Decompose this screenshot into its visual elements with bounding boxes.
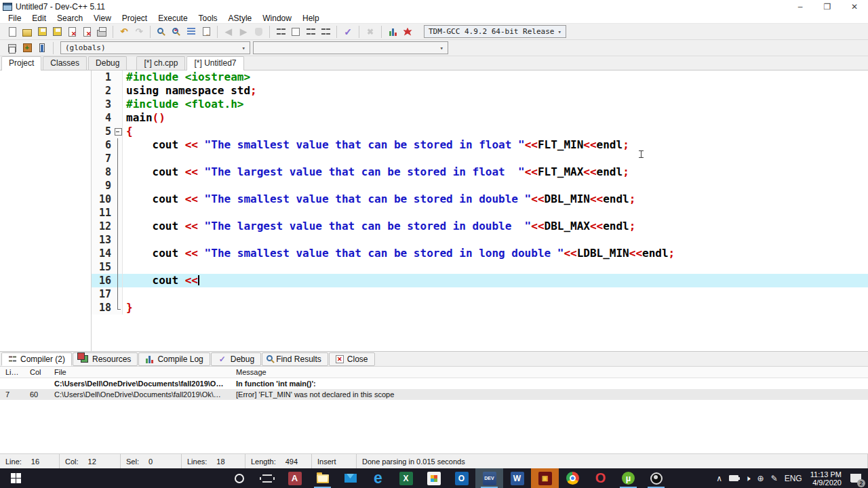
code-line-2[interactable]: 2using namespace std; (92, 84, 868, 98)
code-line-10[interactable]: 10 cout << "The smallest value that can … (92, 192, 868, 206)
network-icon[interactable]: ⊕ (754, 468, 768, 488)
menu-search[interactable]: Search (52, 13, 88, 23)
menu-window[interactable]: Window (257, 13, 297, 23)
obs-taskbar-button[interactable] (642, 468, 670, 488)
code-line-6[interactable]: 6 cout << "The smallest value that can b… (92, 138, 868, 152)
cortana-taskbar-button[interactable] (225, 468, 253, 488)
report-tab-debug[interactable]: ✓Debug (211, 352, 261, 366)
globals-dropdown[interactable]: (globals) ▾ (60, 41, 250, 54)
save-all-icon[interactable] (50, 25, 64, 39)
column-header-message[interactable]: Message (231, 368, 868, 376)
code-line-8[interactable]: 8 cout << "The largest value that can be… (92, 165, 868, 179)
menu-file[interactable]: File (3, 13, 26, 23)
speaker-icon[interactable]: 🕨 (742, 468, 754, 488)
find-icon[interactable] (154, 25, 169, 39)
column-header-file[interactable]: File (49, 368, 231, 376)
menu-view[interactable]: View (88, 13, 117, 23)
report-tab-compiler-2-[interactable]: Compiler (2) (1, 352, 72, 366)
editor-tab-1[interactable]: [*] Untitled7 (186, 56, 243, 70)
fold-margin[interactable] (114, 125, 123, 138)
undo-icon[interactable]: ↶ (117, 25, 132, 39)
menu-help[interactable]: Help (297, 13, 325, 23)
code-line-3[interactable]: 3#include <float.h> (92, 98, 868, 111)
minimize-button[interactable]: – (787, 0, 814, 13)
column-header-col[interactable]: Col (24, 368, 49, 376)
syntax-check-icon[interactable]: ✓ (340, 25, 355, 39)
print-icon[interactable] (94, 25, 109, 39)
compiler-dropdown[interactable]: TDM-GCC 4.9.2 64-bit Release▾ (424, 25, 566, 38)
code-line-15[interactable]: 15 (92, 260, 868, 274)
new-source-icon[interactable] (5, 41, 20, 55)
dev-cpp-taskbar-button[interactable]: DEV (475, 468, 503, 488)
word-taskbar-button[interactable]: W (503, 468, 531, 488)
code-line-13[interactable]: 13 (92, 233, 868, 247)
utorrent-taskbar-button[interactable]: µ (614, 468, 642, 488)
close-file-icon[interactable] (64, 25, 79, 39)
close-button[interactable]: ✕ (841, 0, 868, 13)
run-icon[interactable] (288, 25, 303, 39)
column-header-line[interactable]: Line (0, 368, 24, 376)
outlook-taskbar-button[interactable]: O (448, 468, 475, 488)
project-browser[interactable] (0, 70, 92, 351)
menu-edit[interactable]: Edit (26, 13, 52, 23)
mail-taskbar-button[interactable] (336, 468, 364, 488)
code-line-12[interactable]: 12 cout << "The largest value that can b… (92, 220, 868, 233)
save-icon[interactable] (35, 25, 50, 39)
error-row[interactable]: 760C:\Users\Dell\OneDrive\Documents\fall… (0, 389, 868, 400)
swap-header-source-icon[interactable] (199, 25, 214, 39)
code-line-4[interactable]: 4main() (92, 111, 868, 125)
start-button[interactable] (0, 468, 31, 488)
goto-line-icon[interactable] (184, 25, 199, 39)
language-indicator[interactable]: ENG (781, 468, 806, 488)
store-taskbar-button[interactable] (420, 468, 448, 488)
open-icon[interactable] (20, 25, 35, 39)
maximize-button[interactable]: ❐ (814, 0, 841, 13)
code-line-17[interactable]: 17 (92, 287, 868, 301)
tab-debug[interactable]: Debug (88, 56, 127, 70)
menu-tools[interactable]: Tools (193, 13, 223, 23)
insert-icon[interactable] (20, 41, 35, 55)
delete-profiling-icon[interactable] (400, 25, 415, 39)
pen-icon[interactable]: ✎ (768, 468, 781, 488)
profile-icon[interactable] (385, 25, 400, 39)
code-line-16[interactable]: 16 cout << (92, 274, 868, 287)
menu-execute[interactable]: Execute (153, 13, 193, 23)
code-line-14[interactable]: 14 cout << "The smallest value that can … (92, 247, 868, 260)
excel-taskbar-button[interactable]: X (392, 468, 420, 488)
close-all-icon[interactable] (79, 25, 94, 39)
chrome-taskbar-button[interactable] (559, 468, 587, 488)
edge-taskbar-button[interactable]: e (364, 468, 392, 488)
menu-astyle[interactable]: AStyle (223, 13, 258, 23)
report-tab-resources[interactable]: Resources (73, 352, 138, 366)
toggle-bookmark-icon[interactable] (35, 41, 50, 55)
battery-icon[interactable] (726, 468, 742, 488)
report-tab-compile-log[interactable]: Compile Log (138, 352, 210, 366)
report-tab-close[interactable]: ✕Close (329, 352, 375, 366)
task-view-taskbar-button[interactable] (253, 468, 281, 488)
menu-project[interactable]: Project (117, 13, 153, 23)
opera-taskbar-button[interactable]: O (587, 468, 614, 488)
code-line-5[interactable]: 5{ (92, 125, 868, 138)
code-editor[interactable]: 1#include <iostream>2using namespace std… (92, 70, 868, 351)
code-line-18[interactable]: 18} (92, 301, 868, 314)
tray-chevron-icon[interactable]: ∧ (713, 468, 726, 488)
flashing-app-taskbar-button[interactable]: ▣ (531, 468, 559, 488)
rebuild-icon[interactable] (318, 25, 333, 39)
code-line-1[interactable]: 1#include <iostream> (92, 70, 868, 84)
error-row[interactable]: C:\Users\Dell\OneDrive\Documents\fall201… (0, 378, 868, 389)
class-member-dropdown[interactable]: ▾ (253, 41, 448, 54)
compile-run-icon[interactable] (303, 25, 318, 39)
action-center-icon[interactable]: 2 (846, 468, 868, 488)
tab-project[interactable]: Project (1, 56, 41, 70)
compile-icon[interactable] (273, 25, 288, 39)
report-tab-find-results[interactable]: Find Results (262, 352, 328, 366)
editor-tab-0[interactable]: [*] ch.cpp (136, 56, 185, 70)
file-explorer-taskbar-button[interactable] (309, 468, 336, 488)
access-taskbar-button[interactable]: A (281, 468, 309, 488)
code-line-7[interactable]: 7 (92, 152, 868, 165)
replace-icon[interactable] (169, 25, 184, 39)
code-line-9[interactable]: 9 (92, 179, 868, 192)
clock[interactable]: 11:13 PM 4/9/2020 (806, 470, 846, 487)
tab-classes[interactable]: Classes (43, 56, 87, 70)
new-file-icon[interactable] (5, 25, 20, 39)
